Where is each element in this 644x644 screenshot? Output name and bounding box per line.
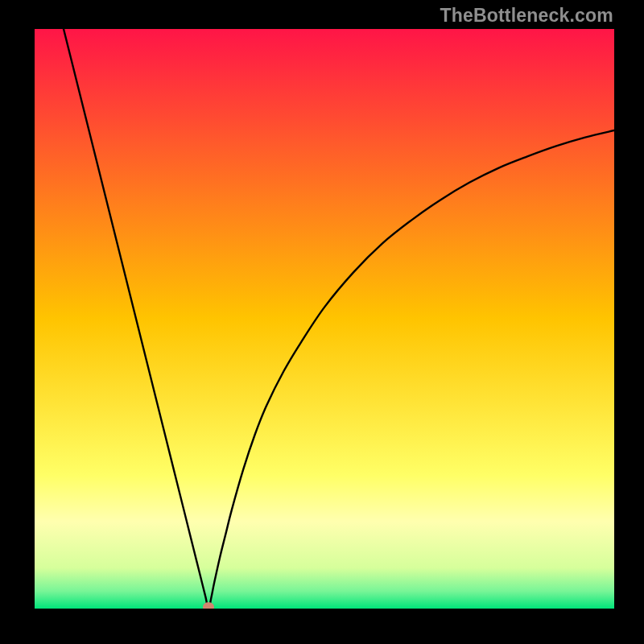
chart-frame: TheBottleneck.com — [0, 0, 644, 644]
gradient-background — [35, 29, 614, 609]
watermark-text: TheBottleneck.com — [440, 5, 613, 27]
bottleneck-chart — [35, 29, 614, 609]
plot-area — [35, 29, 614, 609]
